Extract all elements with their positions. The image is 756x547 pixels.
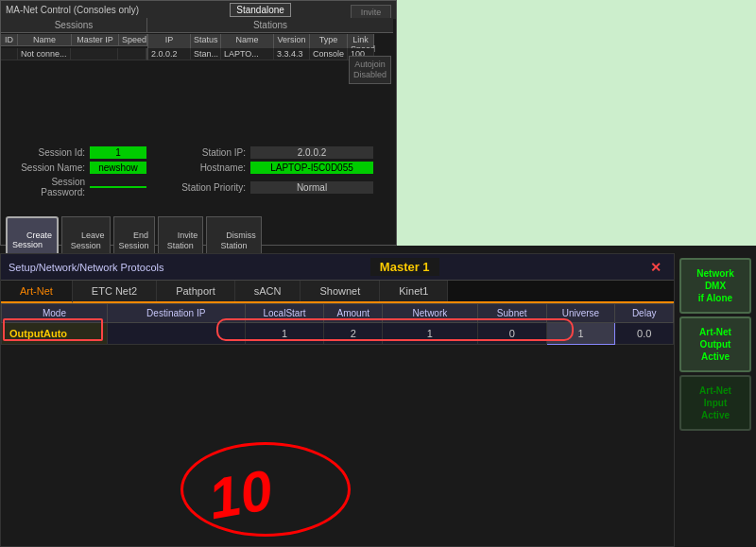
session-master-ip-header: Master IP — [72, 34, 119, 45]
session-name-cell: Not conne... — [18, 48, 71, 60]
session-id-header: ID — [1, 34, 18, 45]
session-speed-cell — [118, 48, 146, 60]
right-panel: Network DMX if Alone Art-Net Output Acti… — [675, 253, 756, 547]
mode-cell[interactable]: OutputAuto — [2, 323, 108, 345]
amount-header: Amount — [324, 304, 383, 323]
session-name-row: Session Name: newshow Hostname: LAPTOP-I… — [5, 162, 389, 174]
network-table: Mode Destination IP LocalStart Amount Ne… — [1, 303, 674, 345]
local-start-header: LocalStart — [245, 304, 324, 323]
subnet-cell[interactable]: 0 — [477, 323, 546, 345]
autojoin-button[interactable]: Autojoin Disabled — [349, 56, 391, 84]
amount-cell[interactable]: 2 — [324, 323, 383, 345]
session-id-row: Session Id: 1 Station IP: 2.0.0.2 — [5, 146, 389, 159]
delay-header: Delay — [615, 304, 674, 323]
delay-cell[interactable]: 0.0 — [615, 323, 674, 345]
tab-pathport[interactable]: Pathport — [157, 281, 235, 301]
session-password-value — [90, 186, 146, 188]
session-id-cell — [1, 48, 18, 60]
session-password-row: Session Password: Station Priority: Norm… — [5, 177, 389, 197]
station-type-cell: Console — [310, 48, 348, 60]
station-priority-label: Station Priority: — [165, 182, 250, 193]
session-name-header: Name — [18, 34, 72, 45]
session-name-value: newshow — [90, 162, 146, 174]
network-dmx-if-alone-button[interactable]: Network DMX if Alone — [679, 258, 751, 314]
session-speed-header: Speed — [119, 34, 147, 45]
standalone-badge: Standalone — [230, 3, 291, 17]
top-panel-title-text: MA-Net Control (Consoles only) — [6, 5, 139, 15]
station-ip-label: Station IP: — [165, 147, 250, 158]
tabs-row: Art-Net ETC Net2 Pathport sACN Shownet K… — [1, 281, 674, 303]
universe-header: Universe — [546, 304, 615, 323]
bottom-panel-close-button[interactable]: ✕ — [645, 260, 666, 275]
tab-etc-net2[interactable]: ETC Net2 — [73, 281, 157, 301]
tab-kinet1[interactable]: Kinet1 — [380, 281, 448, 301]
top-panel-title-bar: MA-Net Control (Consoles only) Standalon… — [1, 1, 396, 19]
destination-ip-cell[interactable] — [107, 323, 245, 345]
session-name-label: Session Name: — [5, 162, 90, 173]
destination-ip-header: Destination IP — [107, 304, 245, 323]
universe-cell[interactable]: 1 — [546, 323, 615, 345]
mode-header: Mode — [2, 304, 108, 323]
ma-net-control-panel: MA-Net Control (Consoles only) Standalon… — [0, 0, 397, 246]
tab-shownet[interactable]: Shownet — [301, 281, 380, 301]
station-ip-value: 2.0.0.2 — [250, 146, 373, 159]
session-master-ip-cell — [71, 48, 118, 60]
station-priority-value: Normal — [250, 181, 373, 194]
local-start-cell[interactable]: 1 — [245, 323, 324, 345]
red-number-annotation: 10 — [204, 457, 278, 533]
network-header: Network — [383, 304, 478, 323]
stations-label: Stations — [147, 18, 393, 32]
subnet-header: Subnet — [477, 304, 546, 323]
network-protocols-panel: Setup/Network/Network Protocols Master 1… — [0, 253, 675, 547]
station-status-cell: Stan... — [191, 48, 221, 60]
art-net-input-active-button[interactable]: Art-Net Input Active — [679, 375, 751, 431]
network-cell[interactable]: 1 — [383, 323, 478, 345]
station-name-cell: LAPTO... — [221, 48, 274, 60]
session-id-label: Session Id: — [5, 147, 90, 158]
art-net-output-active-button[interactable]: Art-Net Output Active — [679, 316, 751, 372]
tab-sacn[interactable]: sACN — [235, 281, 301, 301]
station-version-cell: 3.3.4.3 — [274, 48, 310, 60]
master-badge: Master 1 — [370, 258, 439, 276]
bottom-panel-title-bar: Setup/Network/Network Protocols Master 1… — [1, 254, 674, 281]
station-ip-cell: 2.0.0.2 — [148, 48, 191, 60]
hostname-value: LAPTOP-I5C0D055 — [250, 162, 373, 174]
table-row: OutputAuto 1 2 1 0 1 0.0 — [2, 323, 674, 345]
tab-art-net[interactable]: Art-Net — [1, 281, 73, 303]
session-id-value: 1 — [90, 146, 146, 159]
bottom-panel-title-text: Setup/Network/Network Protocols — [9, 262, 163, 273]
session-password-label: Session Password: — [5, 177, 90, 197]
red-oval-annotation — [180, 442, 351, 537]
hostname-label: Hostname: — [165, 162, 250, 173]
sessions-label: Sessions — [1, 18, 147, 32]
top-right-area — [397, 0, 756, 246]
